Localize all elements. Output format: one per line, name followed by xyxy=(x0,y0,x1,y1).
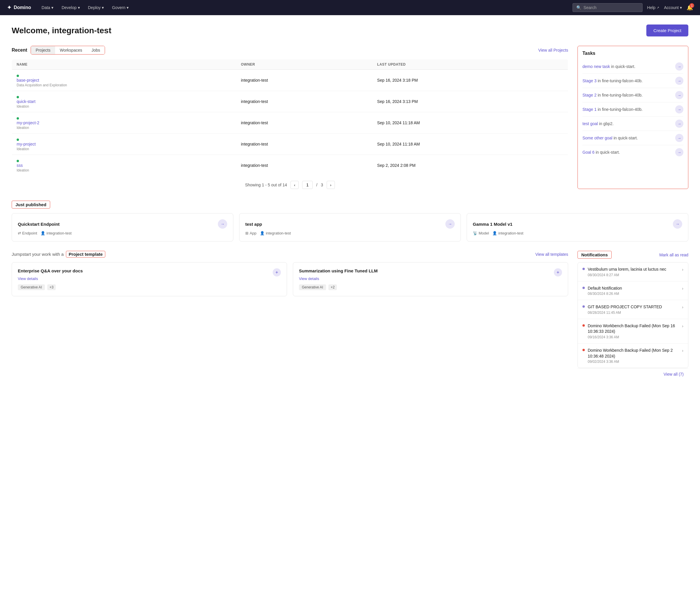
notification-item[interactable]: GIT BASED PROJECT COPY STARTED 08/28/202… xyxy=(578,300,688,319)
task-link[interactable]: test goal xyxy=(582,121,598,126)
card-type: ⊞ App xyxy=(245,231,256,235)
col-owner: OWNER xyxy=(236,59,372,70)
project-updated: Sep 2, 2024 2:08 PM xyxy=(372,155,568,176)
next-page-button[interactable]: › xyxy=(327,181,335,189)
template-card: Summarization using Fine Tuned LLM + Vie… xyxy=(293,262,568,296)
card-arrow-button[interactable]: → xyxy=(218,219,227,229)
add-template-button[interactable]: + xyxy=(273,268,281,277)
task-context: in fine-tuning-falcon-40b. xyxy=(598,93,642,98)
project-owner: integration-test xyxy=(236,155,372,176)
notif-dot xyxy=(582,349,585,351)
notif-dot xyxy=(582,287,585,289)
card-arrow-button[interactable]: → xyxy=(445,219,455,229)
view-all-templates-link[interactable]: View all templates xyxy=(535,252,568,257)
task-link[interactable]: Stage 1 xyxy=(582,107,596,112)
task-arrow-button[interactable]: → xyxy=(675,91,683,99)
card-type: ⇄ Endpoint xyxy=(18,231,37,235)
bottom-two-col: Jumpstart your work with a Project templ… xyxy=(12,251,688,380)
notif-chevron-icon: › xyxy=(682,348,683,353)
task-link[interactable]: Some other goal xyxy=(582,136,612,140)
app-logo[interactable]: ✦ Domino xyxy=(7,4,31,11)
task-link[interactable]: demo new task xyxy=(582,64,610,69)
chevron-down-icon: ▾ xyxy=(126,5,129,10)
card-owner-icon: 👤 xyxy=(260,231,265,235)
notifications-label: Notifications xyxy=(578,251,612,259)
card-type-icon: ⇄ xyxy=(18,231,21,235)
task-link[interactable]: Stage 2 xyxy=(582,93,596,98)
logo-icon: ✦ xyxy=(7,4,11,11)
external-link-icon: ↗ xyxy=(657,6,659,10)
task-arrow-button[interactable]: → xyxy=(675,134,683,142)
recent-label: Recent xyxy=(12,47,27,53)
project-stage: Ideation xyxy=(17,104,29,108)
project-name-link[interactable]: sss xyxy=(17,163,232,168)
tab-workspaces[interactable]: Workspaces xyxy=(55,46,87,54)
create-project-button[interactable]: Create Project xyxy=(646,25,688,36)
notif-content: Domino Workbench Backup Failed (Mon Sep … xyxy=(588,323,680,339)
nav-data[interactable]: Data ▾ xyxy=(38,3,57,12)
task-arrow-button[interactable]: → xyxy=(675,120,683,128)
notification-item[interactable]: Vestibulum urna lorem, lacinia ut luctus… xyxy=(578,263,688,281)
tasks-list: demo new task in quick-start. → Stage 3 … xyxy=(582,59,683,159)
projects-table: NAME OWNER LAST UPDATED base-project Dat… xyxy=(12,59,568,176)
bell-badge: 1 xyxy=(689,3,694,8)
task-arrow-button[interactable]: → xyxy=(675,62,683,71)
help-link[interactable]: Help ↗ xyxy=(647,5,659,10)
card-arrow-button[interactable]: → xyxy=(673,219,682,229)
card-owner: 👤 integration-test xyxy=(41,231,72,235)
pagination: Showing 1 - 5 out of 14 ‹ / 3 › xyxy=(12,181,568,189)
search-input[interactable] xyxy=(584,5,639,10)
project-name-link[interactable]: my-project xyxy=(17,142,232,146)
template-card-title: Summarization using Fine Tuned LLM xyxy=(299,268,378,273)
project-name-link[interactable]: quick-start xyxy=(17,99,232,104)
tasks-title: Tasks xyxy=(582,51,683,56)
nav-deploy[interactable]: Deploy ▾ xyxy=(85,3,108,12)
project-name-link[interactable]: base-project xyxy=(17,78,232,83)
project-updated: Sep 10, 2024 11:18 AM xyxy=(372,112,568,134)
tag-plus: +2 xyxy=(328,284,337,290)
notif-content: Vestibulum urna lorem, lacinia ut luctus… xyxy=(588,267,680,277)
tab-jobs[interactable]: Jobs xyxy=(87,46,105,54)
task-item: test goal in gbp2. → xyxy=(582,117,683,131)
notification-item[interactable]: Domino Workbench Backup Failed (Mon Sep … xyxy=(578,319,688,344)
notification-item[interactable]: Default Notification 08/30/2024 8:26 AM … xyxy=(578,281,688,300)
task-link[interactable]: Stage 3 xyxy=(582,78,596,83)
task-context: in quick-start. xyxy=(611,64,635,69)
table-row: quick-start Ideation integration-test Se… xyxy=(12,91,568,112)
notif-title: Domino Workbench Backup Failed (Mon Sep … xyxy=(588,323,680,334)
task-context: in fine-tuning-falcon-40b. xyxy=(598,78,642,83)
view-all-projects-link[interactable]: View all Projects xyxy=(538,48,568,53)
nav-develop[interactable]: Develop ▾ xyxy=(58,3,83,12)
search-bar[interactable]: 🔍 xyxy=(572,3,642,12)
task-context: in quick-start. xyxy=(614,136,638,140)
card-top: Gamma 1 Model v1 → xyxy=(473,219,682,229)
chevron-down-icon: ▾ xyxy=(102,5,104,10)
card-owner: 👤 integration-test xyxy=(260,231,291,235)
task-arrow-button[interactable]: → xyxy=(675,77,683,85)
template-view-link[interactable]: View details xyxy=(18,277,281,281)
account-menu[interactable]: Account ▾ xyxy=(664,5,682,10)
project-owner: integration-test xyxy=(236,91,372,112)
task-link[interactable]: Goal 6 xyxy=(582,150,594,154)
project-stage: Ideation xyxy=(17,168,29,173)
project-updated: Sep 10, 2024 11:18 AM xyxy=(372,134,568,155)
task-arrow-button[interactable]: → xyxy=(675,105,683,114)
chevron-down-icon: ▾ xyxy=(680,5,682,10)
project-name-link[interactable]: my-project-2 xyxy=(17,120,232,125)
view-all-notifications-link[interactable]: View all (7) xyxy=(578,368,688,380)
task-arrow-button[interactable]: → xyxy=(675,148,683,156)
card-meta: 📡 Model 👤 integration-test xyxy=(473,231,682,235)
notification-item[interactable]: Domino Workbench Backup Failed (Mon Sep … xyxy=(578,344,688,368)
prev-page-button[interactable]: ‹ xyxy=(291,181,299,189)
mark-all-read-button[interactable]: Mark all as read xyxy=(659,253,688,257)
nav-govern[interactable]: Govern ▾ xyxy=(108,3,132,12)
card-meta: ⇄ Endpoint 👤 integration-test xyxy=(18,231,227,235)
notif-time: 09/02/2024 3:36 AM xyxy=(588,360,680,364)
notifications-bell[interactable]: 🔔 1 xyxy=(687,4,693,11)
project-updated: Sep 16, 2024 3:18 PM xyxy=(372,70,568,91)
page-input[interactable] xyxy=(302,181,313,189)
template-view-link[interactable]: View details xyxy=(299,277,562,281)
add-template-button[interactable]: + xyxy=(554,268,562,277)
template-highlight: Project template xyxy=(66,251,105,257)
tab-projects[interactable]: Projects xyxy=(31,46,55,54)
